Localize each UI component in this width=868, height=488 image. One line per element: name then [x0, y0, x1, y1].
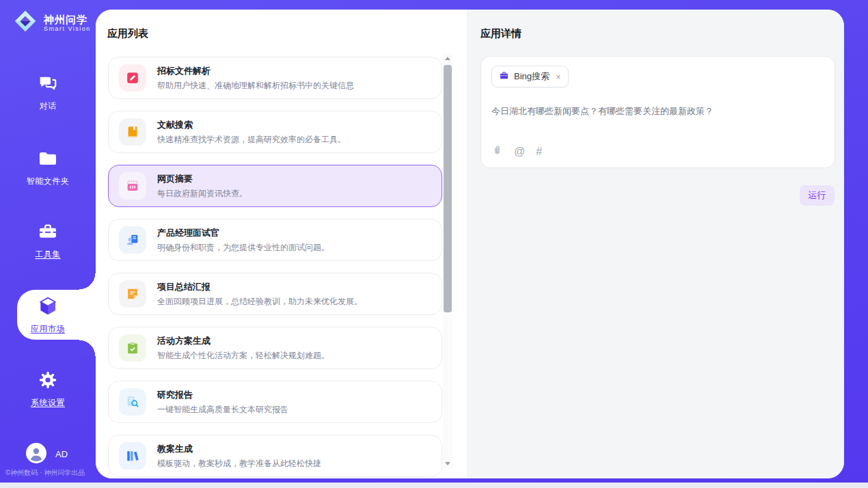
user-account[interactable]: AD [26, 443, 68, 465]
app-desc: 帮助用户快速、准确地理解和解析招标书中的关键信息 [157, 80, 354, 92]
app-detail-title: 应用详情 [480, 27, 521, 40]
cube-icon [37, 308, 59, 319]
query-text[interactable]: 今日湖北有哪些新闻要点？有哪些需要关注的最新政策？ [491, 105, 824, 118]
gear-icon [37, 381, 59, 393]
app-detail-panel: 应用详情 Bing搜索 × 今日湖北有哪些新闻要点？有哪些需要关注的最新政策？ [467, 10, 844, 478]
app-title: 产品经理面试官 [157, 227, 329, 239]
sidebar-item-app-market[interactable]: 应用市场 [0, 295, 96, 335]
app-title: 活动方案生成 [157, 335, 329, 347]
sidebar-item-settings[interactable]: 系统设置 [0, 369, 96, 409]
app-desc: 模板驱动，教案秒成，教学准备从此轻松快捷 [157, 458, 321, 470]
sidebar-item-toolset[interactable]: 工具集 [0, 221, 96, 260]
app-desc: 快速精准查找学术资源，提高研究效率的必备工具。 [157, 134, 346, 146]
scrollbar-down-arrow-icon[interactable] [445, 462, 450, 465]
user-initials: AD [55, 449, 68, 459]
app-card-project-summary[interactable]: 项目总结汇报 全面回顾项目进展，总结经验教训，助力未来优化发展。 [108, 273, 442, 315]
app-title: 项目总结汇报 [157, 281, 362, 293]
app-desc: 明确身份和职责，为您提供专业性的面试问题。 [157, 242, 329, 254]
folder-icon [37, 160, 59, 172]
books-icon [119, 442, 146, 470]
app-list: 招标文件解析 帮助用户快速、准确地理解和解析招标书中的关键信息 文献搜索 快速精… [108, 57, 442, 478]
research-report-icon [119, 388, 146, 416]
interviewer-icon [119, 226, 146, 254]
app-card-pm-interviewer[interactable]: 产品经理面试官 明确身份和职责，为您提供专业性的面试问题。 [108, 219, 442, 261]
app-window: 神州问学 Smart Vision 对话 智能文件夹 [0, 0, 868, 488]
avatar [26, 443, 46, 465]
scrollbar-thumb[interactable] [444, 65, 452, 312]
brand-logo: 神州问学 Smart Vision [12, 8, 91, 37]
app-card-web-summary[interactable]: 网页摘要 每日政府新闻资讯快查。 [108, 165, 442, 207]
briefcase-icon [499, 70, 509, 83]
bottom-strip [0, 483, 868, 488]
sidebar: 神州问学 Smart Vision 对话 智能文件夹 [0, 0, 96, 488]
app-title: 招标文件解析 [157, 65, 354, 77]
app-card-lesson-plan[interactable]: 教案生成 模板驱动，教案秒成，教学准备从此轻松快捷 [108, 435, 442, 477]
chat-icon [37, 85, 59, 96]
app-title: 研究报告 [157, 389, 288, 401]
paperclip-icon[interactable] [491, 144, 503, 159]
mention-icon[interactable]: @ [514, 146, 525, 157]
tool-chip-label: Bing搜索 [514, 70, 550, 83]
app-desc: 智能生成个性化活动方案，轻松解决规划难题。 [157, 350, 329, 362]
query-input-card[interactable]: Bing搜索 × 今日湖北有哪些新闻要点？有哪些需要关注的最新政策？ @ # [480, 56, 835, 168]
app-card-literature-search[interactable]: 文献搜索 快速精准查找学术资源，提高研究效率的必备工具。 [108, 111, 442, 153]
bubble-fillet-bottom [79, 340, 96, 356]
app-title: 教案生成 [157, 443, 321, 455]
app-list-panel: 应用列表 招标文件解析 帮助用户快速、准确地理解和解析招标书中的关键信息 [96, 10, 467, 478]
copyright-text: ©神州数码 · 神州问学出品 [5, 468, 85, 478]
bubble-fillet-top [79, 273, 96, 290]
app-desc: 每日政府新闻资讯快查。 [157, 188, 247, 200]
edit-document-icon [119, 64, 146, 92]
app-card-activity-plan[interactable]: 活动方案生成 智能生成个性化活动方案，轻松解决规划难题。 [108, 327, 442, 369]
hash-icon[interactable]: # [536, 146, 542, 157]
toolbox-icon [37, 233, 59, 245]
book-icon [119, 118, 146, 146]
content-panel: 应用列表 招标文件解析 帮助用户快速、准确地理解和解析招标书中的关键信息 [96, 10, 844, 478]
tool-chip-bing-search[interactable]: Bing搜索 × [491, 66, 569, 87]
sidebar-item-label: 智能文件夹 [0, 176, 96, 187]
run-button[interactable]: 运行 [800, 185, 835, 206]
scrollbar-up-arrow-icon[interactable] [445, 57, 450, 60]
app-card-bid-analysis[interactable]: 招标文件解析 帮助用户快速、准确地理解和解析招标书中的关键信息 [108, 57, 442, 99]
note-icon [119, 280, 146, 308]
app-card-research-report[interactable]: 研究报告 一键智能生成高质量长文本研究报告 [108, 381, 442, 423]
sidebar-item-label: 工具集 [0, 249, 96, 260]
webpage-code-icon [119, 172, 146, 200]
scrollbar[interactable] [443, 53, 452, 469]
app-list-title: 应用列表 [107, 27, 148, 40]
brand-name: 神州问学 [44, 14, 91, 25]
clipboard-check-icon [119, 334, 146, 362]
sidebar-item-label: 对话 [0, 100, 96, 112]
app-title: 文献搜索 [157, 119, 346, 131]
sidebar-item-label: 系统设置 [0, 397, 96, 409]
sidebar-item-label: 应用市场 [0, 323, 96, 335]
close-icon[interactable]: × [556, 72, 561, 82]
app-desc: 全面回顾项目进展，总结经验教训，助力未来优化发展。 [157, 296, 362, 308]
app-title: 网页摘要 [157, 173, 247, 185]
sidebar-item-chat[interactable]: 对话 [0, 72, 96, 112]
prism-logo-icon [12, 8, 38, 37]
input-toolbar: @ # [491, 144, 824, 159]
app-desc: 一键智能生成高质量长文本研究报告 [157, 404, 288, 416]
brand-subtitle: Smart Vision [44, 25, 91, 32]
sidebar-item-smart-folder[interactable]: 智能文件夹 [0, 148, 96, 187]
